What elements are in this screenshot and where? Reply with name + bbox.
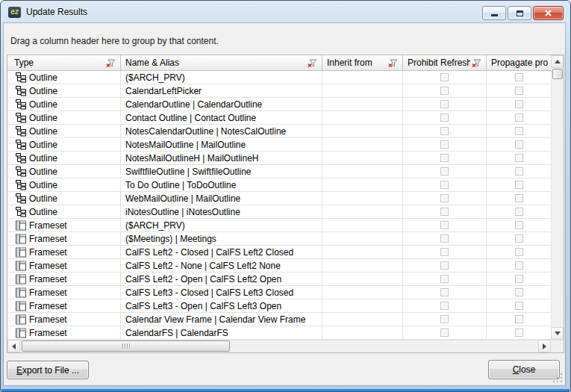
column-header-propagate[interactable]: Propagate pro — [487, 55, 551, 70]
table-row[interactable]: Frameset CalFS Left3 - Closed | CalFS Le… — [7, 286, 551, 299]
prohibit-refresh-checkbox[interactable] — [440, 140, 449, 149]
inherit-from — [322, 313, 403, 326]
vertical-scrollbar[interactable] — [551, 55, 564, 340]
scroll-up-button[interactable] — [551, 55, 564, 68]
filter-clear-icon[interactable] — [308, 59, 318, 68]
close-button[interactable]: Close — [488, 360, 560, 379]
caption-button-group — [482, 6, 564, 20]
table-row[interactable]: Frameset ($ARCH_PRV) — [7, 219, 551, 232]
outline-icon — [16, 72, 26, 83]
propagate-checkbox[interactable] — [515, 194, 523, 202]
name-alias: CalendarOutline | CalendarOutline — [121, 98, 322, 111]
propagate-checkbox[interactable] — [515, 167, 523, 175]
scroll-right-button[interactable] — [538, 340, 551, 352]
prohibit-refresh-checkbox[interactable] — [440, 154, 449, 162]
table-row[interactable]: Outline NotesMailOutline | MailOutline — [7, 138, 551, 152]
prohibit-refresh-checkbox[interactable] — [440, 302, 449, 310]
filter-clear-icon[interactable] — [388, 59, 399, 68]
prohibit-refresh-checkbox[interactable] — [440, 221, 449, 229]
prohibit-refresh-checkbox[interactable] — [440, 194, 449, 202]
table-row[interactable]: Frameset CalFS Left2 - Open | CalFS Left… — [7, 273, 551, 286]
propagate-checkbox[interactable] — [515, 127, 523, 135]
table-row[interactable]: Frameset CalendarFS | CalendarFS — [7, 326, 551, 340]
horizontal-scroll-thumb[interactable] — [22, 340, 230, 352]
close-window-button[interactable] — [533, 6, 564, 20]
name-alias: ($ARCH_PRV) — [121, 219, 322, 231]
column-header-prohibit-refresh[interactable]: Prohibit Refresh — [403, 55, 487, 70]
table-row[interactable]: Outline iNotesOutline | iNotesOutline — [7, 205, 551, 219]
prohibit-refresh-checkbox[interactable] — [440, 73, 449, 81]
filter-clear-icon[interactable] — [106, 59, 116, 68]
scroll-left-button[interactable] — [7, 340, 20, 352]
export-to-file-button[interactable]: Export to File ... — [7, 361, 89, 379]
scroll-down-button[interactable] — [551, 327, 564, 340]
inherit-from — [322, 273, 403, 285]
frameset-icon — [16, 287, 26, 298]
prohibit-refresh-checkbox[interactable] — [440, 181, 449, 189]
prohibit-refresh-checkbox[interactable] — [440, 127, 449, 135]
prohibit-refresh-checkbox[interactable] — [440, 315, 449, 323]
maximize-icon — [517, 10, 523, 16]
table-row[interactable]: Frameset Calendar View Frame | Calendar … — [7, 313, 551, 326]
table-row[interactable]: Frameset ($Meetings) | Meetings — [7, 232, 551, 246]
table-row[interactable]: Frameset CalFS Left3 - Open | CalFS Left… — [7, 299, 551, 313]
prohibit-refresh-checkbox[interactable] — [440, 288, 449, 296]
minimize-button[interactable] — [482, 6, 506, 20]
propagate-checkbox[interactable] — [515, 113, 523, 122]
prohibit-refresh-checkbox[interactable] — [440, 167, 449, 175]
propagate-checkbox[interactable] — [515, 154, 523, 162]
propagate-checkbox[interactable] — [515, 329, 523, 337]
prohibit-refresh-checkbox[interactable] — [440, 87, 449, 95]
prohibit-refresh-checkbox[interactable] — [440, 248, 449, 256]
column-header-type[interactable]: Type — [7, 55, 121, 70]
prohibit-refresh-checkbox[interactable] — [440, 275, 449, 283]
propagate-checkbox[interactable] — [515, 181, 523, 189]
name-alias: SwiftfileOutline | SwiftfileOutline — [121, 165, 322, 178]
window-title: Update Results — [26, 7, 87, 17]
propagate-checkbox[interactable] — [515, 302, 523, 310]
scrollbar-corner — [551, 340, 564, 352]
propagate-checkbox[interactable] — [515, 288, 523, 296]
group-by-bar[interactable]: Drag a column header here to group by th… — [4, 29, 565, 49]
propagate-checkbox[interactable] — [515, 87, 523, 95]
prohibit-refresh-checkbox[interactable] — [440, 208, 449, 216]
propagate-checkbox[interactable] — [515, 248, 523, 256]
propagate-checkbox[interactable] — [515, 261, 523, 270]
table-row[interactable]: Frameset CalFS Left2 - None | CalFS Left… — [7, 259, 551, 273]
prohibit-refresh-checkbox[interactable] — [440, 113, 449, 122]
horizontal-scrollbar[interactable] — [7, 340, 551, 352]
filter-clear-icon[interactable] — [472, 59, 482, 68]
table-row[interactable]: Outline To Do Outline | ToDoOutline — [7, 178, 551, 192]
table-row[interactable]: Outline ($ARCH_PRV) — [7, 71, 551, 84]
table-row[interactable]: Outline NotesMailOutlineH | MailOutlineH — [7, 152, 551, 165]
column-header-inherit-from[interactable]: Inherit from — [322, 55, 403, 70]
column-header-name-alias[interactable]: Name & Alias — [121, 55, 322, 70]
propagate-checkbox[interactable] — [515, 275, 523, 283]
table-row[interactable]: Outline Contact Outline | Contact Outlin… — [7, 111, 551, 125]
table-row[interactable]: Outline CalendarOutline | CalendarOutlin… — [7, 98, 551, 111]
prohibit-refresh-checkbox[interactable] — [440, 329, 449, 337]
type-label: Outline — [29, 153, 57, 164]
table-row[interactable]: Outline NotesCalendarOutline | NotesCalO… — [7, 125, 551, 138]
table-row[interactable]: Outline WebMailOutline | MailOutline — [7, 192, 551, 205]
type-label: Frameset — [29, 314, 67, 325]
prohibit-refresh-checkbox[interactable] — [440, 261, 449, 270]
update-results-dialog: ez Update Results Drag a column header h… — [0, 0, 571, 392]
vertical-scroll-thumb[interactable] — [552, 69, 563, 79]
table-row[interactable]: Outline CalendarLeftPicker — [7, 84, 551, 98]
propagate-checkbox[interactable] — [515, 208, 523, 216]
table-row[interactable]: Frameset CalFS Left2 - Closed | CalFS Le… — [7, 246, 551, 259]
prohibit-refresh-checkbox[interactable] — [440, 234, 449, 243]
propagate-checkbox[interactable] — [515, 221, 523, 229]
table-row[interactable]: Outline SwiftfileOutline | SwiftfileOutl… — [7, 165, 551, 178]
prohibit-refresh-checkbox[interactable] — [440, 100, 449, 108]
resize-grip[interactable] — [553, 373, 564, 384]
propagate-checkbox[interactable] — [515, 140, 523, 149]
propagate-checkbox[interactable] — [515, 100, 523, 108]
type-label: Outline — [29, 113, 57, 123]
propagate-checkbox[interactable] — [515, 234, 523, 243]
maximize-button[interactable] — [508, 6, 531, 20]
propagate-checkbox[interactable] — [515, 315, 523, 323]
grid-header: Type Name & Alias Inherit from Proh — [7, 55, 551, 71]
propagate-checkbox[interactable] — [515, 73, 523, 81]
